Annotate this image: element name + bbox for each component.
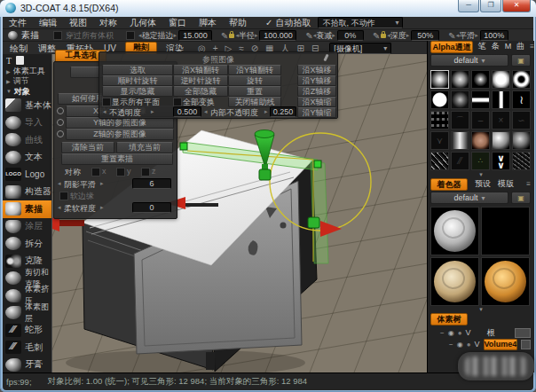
tab-tweak[interactable]: 调整 [38, 43, 56, 54]
ghost-icon[interactable]: ● [467, 339, 471, 350]
alpha-thumb[interactable]: ⌒ [451, 111, 469, 129]
alpha-thumb[interactable] [471, 90, 490, 109]
sidebar-item-vox-layer[interactable]: 体素图层 [3, 304, 51, 322]
pick-mode-select[interactable]: 不拾取, 不动作 ▾ [318, 17, 403, 28]
menu-symmetry[interactable]: 对称 [93, 17, 123, 28]
shader-scroll-indicator[interactable]: ▾ [428, 307, 534, 311]
alpha-thumb[interactable] [512, 152, 531, 170]
shader-thumb[interactable] [430, 257, 479, 306]
ghost-icon[interactable]: ● [458, 327, 462, 339]
alpha-thumb[interactable]: ≀ [512, 90, 531, 109]
sidebar-item-sketch[interactable]: 素描 [3, 200, 51, 218]
scrub-left-icon[interactable]: ◂ [58, 203, 61, 212]
ref-flip-x-button[interactable]: 沿X轴翻转 [173, 65, 228, 75]
ref-scale-y-button[interactable]: 沿Y轴缩 [297, 107, 336, 118]
sidebar-item-curves[interactable]: 曲线 [3, 131, 51, 149]
show-all-planes-checkbox[interactable] [102, 98, 111, 106]
reset-sketch-button[interactable]: 重置素描 [61, 153, 173, 165]
ref-reset-button[interactable]: 重置 [228, 86, 281, 97]
alpha-thumb[interactable] [471, 131, 490, 150]
ref-hide-all-button[interactable]: 全部隐藏 [173, 86, 228, 97]
opacity-value[interactable]: 0.500 [173, 106, 201, 117]
alpha-thumb[interactable]: ⋎ [430, 131, 449, 150]
alpha-thumb[interactable]: ∽ [512, 111, 531, 129]
tab-templates[interactable]: 模版 [498, 178, 514, 190]
lock-icon[interactable] [381, 34, 386, 38]
sidebar-item-spikes[interactable]: ⁄⁄⁄ 毛刺 [3, 339, 51, 357]
shadow-smooth-value[interactable]: 6 [132, 178, 171, 189]
symmetry-x-checkbox[interactable] [91, 168, 100, 176]
ref-show-hide-button[interactable]: 显示/隐藏 [102, 86, 173, 97]
layer-preview-box[interactable] [515, 328, 531, 338]
tab-strips-1[interactable]: 笔 [478, 41, 486, 52]
collapsed-panel-handle[interactable] [16, 56, 24, 65]
ref-flip-y-button[interactable]: 沿Y轴翻转 [228, 65, 281, 75]
tab-strips-2[interactable]: 条 [492, 41, 500, 52]
through-all-checkbox[interactable] [53, 31, 62, 40]
collapse-icon[interactable]: − [440, 327, 445, 339]
menu-script[interactable]: 脚本 [193, 17, 223, 28]
alpha-thumb[interactable] [512, 131, 531, 150]
sidebar-item-constructor[interactable]: 构造器 [3, 184, 51, 201]
z-ref-button[interactable]: Z轴的参照图像 [66, 129, 174, 140]
tab-curves[interactable]: 曲 [516, 41, 524, 52]
falloff-value[interactable]: 0% [337, 30, 364, 41]
lock-icon[interactable] [229, 34, 234, 38]
shader-preset-select[interactable]: default ▾ [430, 192, 508, 204]
sidebar-item-text[interactable]: 文本 [3, 149, 51, 167]
panel-menu-icon[interactable]: ≡ [526, 178, 531, 190]
radius-value[interactable]: 100.000 [259, 30, 296, 41]
scrub-right-icon[interactable]: ▸ [174, 31, 177, 40]
voxtree-volume-label[interactable]: Volume4 [484, 339, 518, 350]
alpha-thumb[interactable] [471, 70, 490, 89]
ref-pick-button[interactable]: 选取 [102, 65, 173, 75]
symmetry-z-checkbox[interactable] [141, 168, 150, 176]
shader-thumb[interactable] [481, 207, 530, 255]
alpha-thumb[interactable] [451, 90, 469, 109]
alpha-thumb[interactable] [451, 131, 469, 150]
sidebar-item-toothpaste[interactable]: 牙膏 [3, 357, 51, 374]
alpha-thumb[interactable] [430, 90, 449, 109]
smooth-value[interactable]: 100% [480, 30, 508, 41]
alpha-thumb[interactable]: ∨∨ [492, 152, 510, 170]
alpha-browse-button[interactable]: ▣ [511, 54, 531, 67]
ref-move-x-button[interactable]: 沿X轴移 [297, 65, 336, 75]
scrub-left-icon[interactable]: ◂ [58, 179, 61, 188]
scrub-right-icon[interactable]: ▸ [100, 203, 104, 212]
soft-edge-checkbox[interactable] [59, 192, 68, 200]
shader-thumb[interactable] [430, 207, 479, 255]
alpha-thumb[interactable]: ∴ [471, 152, 490, 170]
alpha-thumb[interactable] [512, 70, 531, 89]
panel-menu-icon[interactable]: ≡ [530, 41, 534, 52]
shader-thumb[interactable] [481, 257, 530, 306]
voxel-mode-icon[interactable]: V [466, 327, 471, 339]
radio-z-ref[interactable] [57, 130, 64, 137]
alpha-thumb[interactable] [492, 70, 510, 89]
tab-paint[interactable]: 绘制 [10, 43, 28, 54]
ref-move-z-button[interactable]: 沿Z轴移 [297, 86, 336, 97]
through-all-label[interactable]: 穿过所有体积 [66, 30, 114, 42]
softness-value[interactable]: 0 [132, 202, 171, 213]
pen-icon[interactable]: ✎ [373, 30, 380, 42]
menu-file[interactable]: 文件 [3, 17, 33, 28]
alpha-thumb[interactable] [430, 70, 449, 89]
tab-voxtree[interactable]: 体素树 [430, 313, 468, 325]
alpha-scroll-indicator[interactable]: ▾ [428, 172, 534, 176]
scrub-right-icon[interactable]: ▸ [100, 179, 104, 188]
scrub-right-icon[interactable]: ▸ [332, 31, 335, 40]
section-objects[interactable]: 对象 [14, 86, 30, 98]
menu-view[interactable]: 视图 [63, 17, 93, 28]
ref-move-y-button[interactable]: 沿Y轴移 [297, 75, 336, 86]
close-button[interactable]: ✕ [502, 0, 531, 12]
sidebar-item-coat[interactable]: 涂层 [3, 218, 51, 236]
alpha-thumb[interactable] [430, 111, 449, 129]
pen-icon[interactable]: ✎ [221, 30, 228, 42]
alpha-thumb[interactable]: – [471, 111, 490, 129]
sidebar-item-logo[interactable]: LOGO Logo [3, 166, 51, 184]
stabilize-value[interactable]: 15.000 [178, 30, 212, 41]
voxtree-row-volume[interactable]: − ◉ ● V Volume4 [428, 339, 534, 350]
ref-rotate-cw-button[interactable]: 顺时针旋转 [102, 75, 173, 86]
depth-value[interactable]: 50% [411, 30, 439, 41]
minimize-button[interactable]: ─ [458, 0, 479, 12]
text-panel-icon[interactable]: T [6, 56, 12, 66]
